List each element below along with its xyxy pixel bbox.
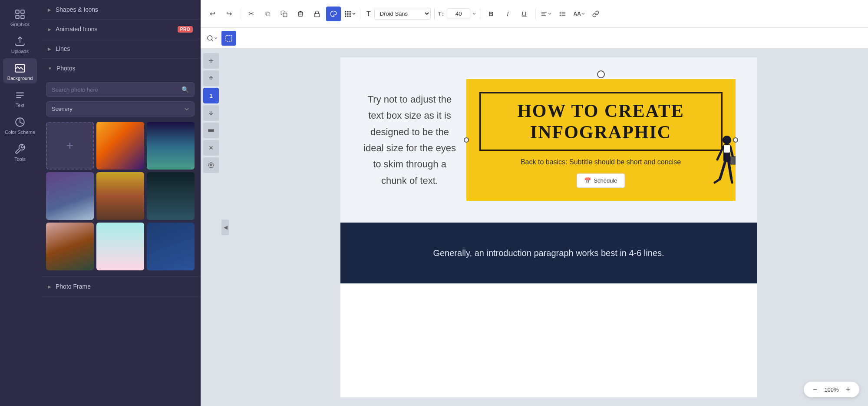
animated-icons-header[interactable]: ▶ Animated Icons PRO [40,20,201,39]
photo-thumb-7[interactable] [96,223,144,270]
photos-label: Photos [56,65,76,72]
lock-button[interactable] [310,7,324,21]
photos-section: ▼ Photos 🔍 Scenery Nature City Abstract … [40,59,201,277]
sidebar-color-label: Color Scheme [5,130,35,135]
align-icon [541,10,548,17]
rotate-handle[interactable] [597,70,605,78]
select-tool-button[interactable] [221,31,236,46]
redo-button[interactable]: ↪ [221,7,236,21]
photo-thumb-2[interactable] [147,122,195,170]
add-photo-button[interactable]: + [46,122,94,170]
photo-search-input[interactable] [52,87,182,93]
left-panel: ▶ Shapes & Icons ▶ Animated Icons PRO ▶ … [40,0,201,406]
aa-button[interactable]: AA [572,7,587,21]
photo-thumb-4[interactable] [96,172,144,220]
photo-search-box: 🔍 [46,82,195,97]
chevron-down-icon: ▼ [48,66,52,71]
delete-element-button[interactable] [203,140,219,156]
photo-thumb-3[interactable] [46,172,94,220]
tools-icon [14,143,26,155]
plus-icon: + [66,139,73,153]
sidebar-item-text[interactable]: Text [3,85,37,110]
svg-point-16 [350,16,350,17]
infographic-container[interactable]: HOW TO CREATE INFOGRAPHIC Back to basics… [466,79,736,201]
bold-button[interactable]: B [484,7,498,21]
canvas-side-toolbar: + 1 [201,49,221,406]
selection-handle-left[interactable] [464,137,469,143]
svg-point-26 [208,36,212,40]
lock-icon [314,10,320,17]
svg-point-14 [345,16,346,17]
zoom-out-button[interactable]: − [810,384,820,395]
schedule-icon: 📅 [584,177,591,184]
list-button[interactable] [555,7,570,21]
chevron-right-icon: ▶ [48,7,51,12]
svg-rect-32 [208,131,214,132]
zoom-dropdown-button[interactable] [205,31,220,46]
infographic-title: HOW TO CREATE INFOGRAPHIC [489,100,713,143]
svg-point-15 [347,16,348,17]
background-icon [14,63,26,74]
sidebar-item-background[interactable]: Background [3,58,37,83]
photo-thumb-1[interactable] [96,122,144,170]
photo-frame-header[interactable]: ▶ Photo Frame [40,277,201,296]
link-button[interactable] [588,7,603,21]
photo-thumb-5[interactable] [147,172,195,220]
delete-button[interactable] [293,7,308,21]
photo-thumb-6[interactable] [46,223,94,270]
cut-button[interactable]: ✂ [244,7,258,21]
align-layers-button[interactable] [203,123,219,138]
add-element-button[interactable]: + [203,53,219,69]
shapes-icons-header[interactable]: ▶ Shapes & Icons [40,0,201,19]
toolbar-row1: ↩ ↪ ✂ ⧉ T Droid Sans T↕ 40 B I [201,0,868,28]
toolbar-sep-1 [240,9,240,19]
grid-button[interactable] [343,7,357,21]
infographic-title-box: HOW TO CREATE INFOGRAPHIC [479,92,723,151]
lines-header[interactable]: ▶ Lines [40,39,201,58]
svg-line-43 [715,179,720,183]
sidebar-item-tools[interactable]: Tools [3,139,37,164]
align-button[interactable] [539,7,554,21]
settings-button[interactable] [203,157,219,173]
toolbar-sep-3 [434,9,435,19]
sidebar-item-uploads[interactable]: Uploads [3,31,37,57]
paste-button[interactable] [277,7,291,21]
move-down-button[interactable] [203,105,219,121]
photo-thumb-8[interactable] [147,223,195,270]
font-size-input[interactable]: 40 [447,8,470,19]
photos-header[interactable]: ▼ Photos [40,59,201,78]
zoom-in-button[interactable]: + [843,384,853,395]
zoom-chevron-icon [214,37,218,40]
canvas-scroll[interactable]: Try not to adjust the text box size as i… [229,49,868,406]
infographic-box[interactable]: HOW TO CREATE INFOGRAPHIC Back to basics… [466,79,736,201]
svg-line-38 [717,146,723,160]
panel-collapse-button[interactable]: ◀ [221,220,229,235]
grid-dots-icon [344,10,352,18]
svg-point-9 [347,11,348,12]
sidebar-item-graphics[interactable]: Graphics [3,4,37,30]
arrow-up-icon [208,75,214,81]
svg-point-13 [350,13,350,14]
animated-icons-label: Animated Icons [56,26,98,33]
underline-button[interactable]: U [517,7,531,21]
color-icon [330,10,337,17]
italic-button[interactable]: I [500,7,515,21]
shapes-icons-section: ▶ Shapes & Icons [40,0,201,20]
copy-button[interactable]: ⧉ [260,7,275,21]
photos-content: 🔍 Scenery Nature City Abstract + [40,78,201,276]
category-dropdown[interactable]: Scenery Nature City Abstract [46,101,195,116]
zoom-controls: − 100% + [804,382,859,397]
svg-line-39 [730,146,733,157]
sidebar-item-color-scheme[interactable]: Color Scheme [3,112,37,137]
undo-button[interactable]: ↩ [205,7,220,21]
move-up-button[interactable] [203,70,219,86]
svg-rect-45 [724,145,730,153]
font-family-select[interactable]: Droid Sans [374,8,431,20]
page-number-button[interactable]: 1 [203,88,219,103]
search-icon[interactable]: 🔍 [182,86,189,93]
schedule-button[interactable]: 📅 Schedule [577,173,624,188]
svg-line-41 [720,162,725,179]
collapse-arrow-icon: ◀ [224,224,228,230]
color-button[interactable] [326,7,341,21]
uploads-icon [14,36,26,47]
